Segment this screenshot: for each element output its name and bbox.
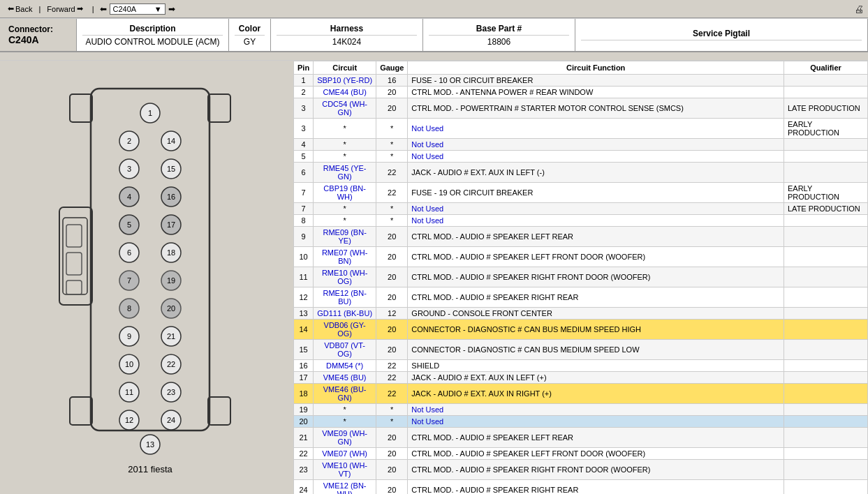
circuit-link[interactable]: RME09 (BN-YE) — [323, 228, 366, 245]
circuit-link[interactable]: VME10 (WH-VT) — [322, 461, 367, 478]
svg-text:9: 9 — [127, 332, 131, 340]
cell-gauge: 20 — [376, 98, 408, 119]
main-content: 1 2 14 3 15 4 16 5 17 6 18 — [0, 61, 868, 494]
circuit-link[interactable]: CBP19 (BN-WH) — [323, 184, 366, 201]
cell-circuit[interactable]: * — [314, 139, 376, 151]
description-title: Description — [82, 24, 223, 36]
svg-text:17: 17 — [167, 220, 175, 229]
cell-gauge: 20 — [376, 448, 408, 460]
circuit-link[interactable]: CDC54 (WH-GN) — [322, 100, 367, 117]
circuit-link[interactable]: VME07 (WH) — [322, 449, 367, 458]
cell-gauge: 22 — [376, 163, 408, 183]
svg-rect-4 — [208, 397, 230, 425]
cell-function: JACK - AUDIO # EXT. AUX IN RIGHT (+) — [408, 384, 784, 404]
cell-qualifier: EARLY PRODUCTION — [784, 119, 868, 139]
table-row: 12RME12 (BN-BU)20CTRL MOD. - AUDIO # SPE… — [294, 287, 868, 308]
cell-qualifier — [784, 215, 868, 227]
cell-circuit[interactable]: VDB07 (VT-OG) — [314, 340, 376, 360]
cell-circuit[interactable]: * — [314, 203, 376, 215]
header-harness-cell: Harness 14K024 — [271, 19, 423, 51]
circuit-link[interactable]: DMM54 (*) — [326, 361, 363, 370]
cell-circuit[interactable]: DMM54 (*) — [314, 360, 376, 372]
svg-rect-2 — [70, 397, 92, 425]
cell-pin: 16 — [294, 360, 314, 372]
connector-dropdown[interactable]: C240A ▼ — [110, 3, 165, 15]
circuit-link[interactable]: VME12 (BN-WH) — [323, 481, 367, 494]
cell-circuit[interactable]: SBP10 (YE-RD) — [314, 75, 376, 87]
table-row: 3**Not UsedEARLY PRODUCTION — [294, 119, 868, 139]
cell-circuit[interactable]: * — [314, 416, 376, 428]
cell-circuit[interactable]: CBP19 (BN-WH) — [314, 183, 376, 203]
cell-pin: 14 — [294, 320, 314, 340]
cell-circuit[interactable]: VME46 (BU-GN) — [314, 384, 376, 404]
cell-circuit[interactable]: * — [314, 404, 376, 416]
cell-function: CTRL MOD. - AUDIO # SPEAKER LEFT FRONT D… — [408, 247, 784, 267]
table-row: 7**Not UsedLATE PRODUCTION — [294, 203, 868, 215]
cell-circuit[interactable]: VME07 (WH) — [314, 448, 376, 460]
table-row: 7CBP19 (BN-WH)22FUSE - 19 OR CIRCUIT BRE… — [294, 183, 868, 203]
cell-circuit[interactable]: RME09 (BN-YE) — [314, 227, 376, 247]
table-row: 3CDC54 (WH-GN)20CTRL MOD. - POWERTRAIN #… — [294, 98, 868, 119]
svg-text:24: 24 — [167, 416, 175, 424]
cell-pin: 21 — [294, 428, 314, 448]
divider — [0, 52, 868, 61]
forward-button[interactable]: Forward ➡ — [43, 3, 86, 15]
circuit-link[interactable]: VME09 (WH-GN) — [322, 429, 367, 446]
dropdown-arrow-icon: ▼ — [154, 5, 162, 13]
table-row: 15VDB07 (VT-OG)20CONNECTOR - DIAGNOSTIC … — [294, 340, 868, 360]
cell-circuit[interactable]: VME12 (BN-WH) — [314, 480, 376, 495]
cell-circuit[interactable]: * — [314, 151, 376, 163]
print-icon[interactable]: 🖨 — [854, 3, 864, 15]
back-arrow-icon: ⬅ — [8, 4, 14, 13]
cell-circuit[interactable]: VDB06 (GY-OG) — [314, 320, 376, 340]
circuit-link[interactable]: RME45 (YE-GN) — [323, 164, 367, 181]
circuit-link[interactable]: VME46 (BU-GN) — [323, 385, 367, 402]
cell-circuit[interactable]: CDC54 (WH-GN) — [314, 98, 376, 119]
cell-qualifier: LATE PRODUCTION — [784, 203, 868, 215]
circuit-link[interactable]: GD111 (BK-BU) — [317, 309, 372, 317]
cell-qualifier — [784, 308, 868, 320]
circuit-link[interactable]: RME10 (WH-OG) — [322, 269, 367, 285]
cell-pin: 18 — [294, 384, 314, 404]
cell-circuit[interactable]: RME45 (YE-GN) — [314, 163, 376, 183]
cell-circuit[interactable]: * — [314, 215, 376, 227]
table-row: 14VDB06 (GY-OG)20CONNECTOR - DIAGNOSTIC … — [294, 320, 868, 340]
svg-text:13: 13 — [146, 440, 154, 449]
cell-circuit[interactable]: CME44 (BU) — [314, 87, 376, 98]
svg-text:19: 19 — [167, 276, 175, 285]
table-row: 1SBP10 (YE-RD)16FUSE - 10 OR CIRCUIT BRE… — [294, 75, 868, 87]
cell-circuit[interactable]: VME09 (WH-GN) — [314, 428, 376, 448]
svg-text:8: 8 — [127, 304, 131, 313]
header-base-part-cell: Base Part # 18806 — [423, 19, 575, 51]
svg-text:22: 22 — [167, 360, 175, 368]
cell-circuit[interactable]: VME45 (BU) — [314, 372, 376, 384]
circuit-link[interactable]: RME12 (BN-BU) — [323, 289, 366, 306]
cell-pin: 24 — [294, 480, 314, 495]
back-button[interactable]: ⬅ Back — [4, 3, 36, 15]
circuit-link[interactable]: VDB07 (VT-OG) — [324, 341, 365, 358]
toolbar: ⬅ Back | Forward ➡ | ⬅ C240A ▼ ➡ 🖨 — [0, 0, 868, 18]
table-row: 19**Not Used — [294, 404, 868, 416]
circuit-link[interactable]: VME45 (BU) — [323, 373, 367, 382]
cell-circuit[interactable]: RME10 (WH-OG) — [314, 267, 376, 287]
table-row: 9RME09 (BN-YE)20CTRL MOD. - AUDIO # SPEA… — [294, 227, 868, 247]
service-pigtail-title: Service Pigtail — [581, 29, 862, 40]
cell-qualifier — [784, 287, 868, 308]
table-row: 11RME10 (WH-OG)20CTRL MOD. - AUDIO # SPE… — [294, 267, 868, 287]
cell-circuit[interactable]: RME07 (WH-BN) — [314, 247, 376, 267]
circuit-link[interactable]: CME44 (BU) — [323, 88, 366, 96]
cell-function: Not Used — [408, 404, 784, 416]
connector-svg: 1 2 14 3 15 4 16 5 17 6 18 — [21, 68, 279, 458]
circuit-link[interactable]: VDB06 (GY-OG) — [324, 321, 366, 338]
table-row: 8**Not Used — [294, 215, 868, 227]
cell-circuit[interactable]: * — [314, 119, 376, 139]
cell-circuit[interactable]: VME10 (WH-VT) — [314, 460, 376, 480]
cell-circuit[interactable]: RME12 (BN-BU) — [314, 287, 376, 308]
circuit-link[interactable]: SBP10 (YE-RD) — [317, 76, 372, 84]
cell-function: GROUND - CONSOLE FRONT CENTER — [408, 308, 784, 320]
connector-label: Connector: — [8, 24, 68, 34]
circuit-link[interactable]: RME07 (WH-BN) — [322, 248, 367, 265]
cell-circuit[interactable]: GD111 (BK-BU) — [314, 308, 376, 320]
cell-gauge: * — [376, 404, 408, 416]
cell-function: CONNECTOR - DIAGNOSTIC # CAN BUS MEDIUM … — [408, 320, 784, 340]
